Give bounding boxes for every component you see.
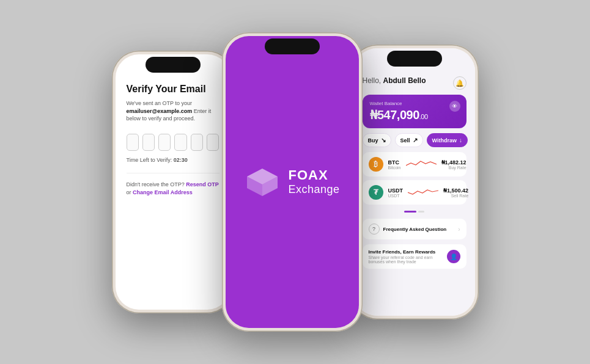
faq-chevron-icon: › [458,226,460,233]
notch-1 [146,57,201,73]
otp-box-3[interactable] [158,134,171,151]
sell-icon: ↗ [413,137,418,144]
btc-name: Bitcoin [388,166,401,170]
wallet-label: Wallet Balance [370,101,459,106]
otp-box-6[interactable] [207,134,219,151]
scroll-dot-inactive [418,211,424,213]
dashboard-header: Hello, Abdull Bello 🔔 [363,76,466,90]
notch-2 [265,38,320,54]
screen1-container: Verify Your Email We've sent an OTP to y… [116,54,230,310]
usdt-name: USDT [388,194,404,198]
screen3-container: Hello, Abdull Bello 🔔 Wallet Balance ₦54… [354,48,475,316]
crypto-row-btc[interactable]: ₿ BTC Bitcoin ₦1,482.12 Buy Rate [363,152,466,177]
greeting-text: Hello, Abdull Bello [363,76,426,85]
foax-logo-group: FOAX Exchange [244,166,339,199]
notification-bell-icon[interactable]: 🔔 [453,76,466,90]
otp-input-group [127,134,219,151]
foax-sub: Exchange [288,183,339,196]
usdt-sparkline [408,185,438,200]
verify-email-screen: Verify Your Email We've sent an OTP to y… [116,54,230,310]
foax-brand-text: FOAX Exchange [288,168,339,195]
otp-box-4[interactable] [174,134,186,151]
verify-title: Verify Your Email [127,84,219,95]
btc-info: BTC Bitcoin [388,159,401,170]
faq-text: Frequently Asked Question [383,227,455,232]
usdt-icon: ₮ [369,185,383,200]
dashboard-screen: Hello, Abdull Bello 🔔 Wallet Balance ₦54… [354,48,475,316]
screen2-container: FOAX Exchange [226,36,359,328]
btc-price: ₦1,482.12 Buy Rate [441,159,466,170]
timer-value: 02:30 [174,157,188,163]
btc-sparkline [406,157,437,172]
timer-text: Time Left to Verify: 02:30 [127,157,219,163]
change-email-link[interactable]: Change Email Address [133,189,193,195]
btc-price-value: ₦1,482.12 [441,159,466,166]
buy-icon: ↘ [381,137,386,144]
otp-box-5[interactable] [191,134,203,151]
btc-symbol: BTC [388,159,401,166]
usdt-symbol: USDT [388,187,404,194]
invite-sub: Share your referral code and earn bonuse… [369,255,443,264]
phone-2: FOAX Exchange [222,32,363,332]
withdraw-icon: ↓ [459,137,462,144]
splash-screen: FOAX Exchange [226,36,359,328]
notch-3 [387,51,442,67]
foax-cube-icon [244,166,281,199]
user-name: Abdull Bello [383,76,426,85]
btc-icon: ₿ [369,157,383,172]
withdraw-button[interactable]: Withdraw ↓ [427,133,468,147]
otp-box-1[interactable] [127,134,139,151]
scroll-indicator [363,211,466,213]
sell-button[interactable]: Sell ↗ [395,133,423,147]
crypto-list: ₿ BTC Bitcoin ₦1,482.12 Buy Rate [363,152,466,205]
invite-title: Invite Friends, Earn Rewards [369,249,443,255]
faq-icon: ? [369,224,380,235]
btc-rate-label: Buy Rate [441,166,466,170]
resend-otp-link[interactable]: Resend OTP [186,181,219,187]
scroll-dot-active [404,211,416,213]
verify-email: emailuser@example.com [127,108,193,114]
foax-name: FOAX [288,168,339,183]
invite-text: Invite Friends, Earn Rewards Share your … [369,249,443,264]
eye-icon[interactable]: 👁 [449,101,460,112]
usdt-price: ₦1,500.42 Sell Rate [443,187,468,198]
usdt-price-value: ₦1,500.42 [443,187,468,194]
phone-1: Verify Your Email We've sent an OTP to y… [112,51,234,313]
usdt-rate-label: Sell Rate [443,194,468,198]
wallet-card: Wallet Balance ₦547,090.00 👁 [363,95,466,128]
wallet-amount: ₦547,090.00 [370,107,459,122]
faq-row[interactable]: ? Frequently Asked Question › [363,219,466,239]
usdt-info: USDT USDT [388,187,404,198]
faq-title: Frequently Asked Question [383,227,455,232]
buy-button[interactable]: Buy ↘ [363,133,391,147]
otp-box-2[interactable] [142,134,155,151]
crypto-row-usdt[interactable]: ₮ USDT USDT ₦1,500.42 Sell Rate [363,180,466,205]
phone-3: Hello, Abdull Bello 🔔 Wallet Balance ₦54… [350,45,479,319]
invite-row[interactable]: Invite Friends, Earn Rewards Share your … [363,244,466,269]
invite-icon: 👤 [447,250,460,263]
divider [127,173,219,173]
resend-section: Didn't receive the OTP? Resend OTP or Ch… [127,181,219,197]
verify-description: We've sent an OTP to your emailuser@exam… [127,100,219,123]
action-buttons: Buy ↘ Sell ↗ Withdraw ↓ [363,133,466,147]
